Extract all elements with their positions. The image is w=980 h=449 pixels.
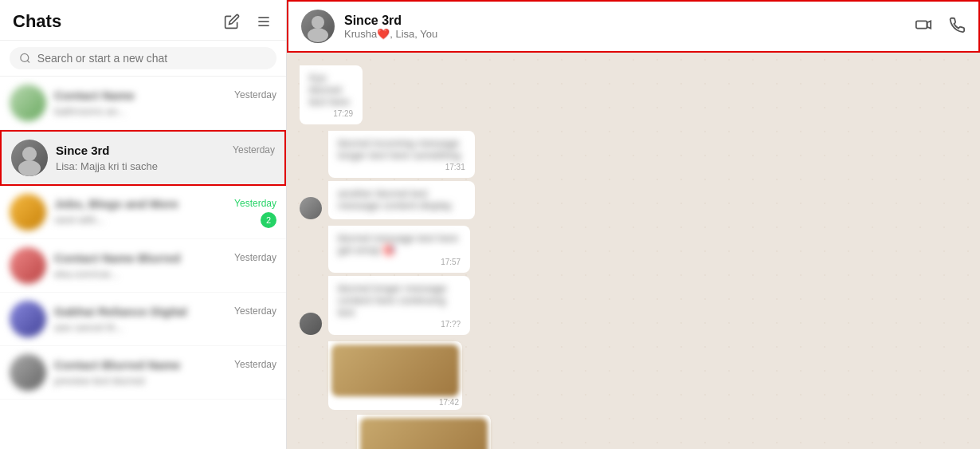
list-item-blurred2[interactable]: Contact Blurred Name Yesterday preview t… — [0, 346, 286, 400]
unread-badge: 2 — [261, 212, 276, 228]
avatar — [300, 197, 322, 219]
avatar-gabhai — [10, 301, 46, 337]
message-text: another blurred text message content dis… — [338, 187, 465, 211]
chat-header: Since 3rd Krusha❤️, Lisa, You — [287, 0, 980, 53]
search-input[interactable] — [37, 52, 267, 65]
sidebar-header-icons — [222, 12, 273, 31]
since3rd-time: Yesterday — [233, 144, 275, 156]
chat-info-jobs: Jobs, Blogs and More Yesterday rand with… — [54, 197, 276, 228]
svg-point-7 — [308, 28, 328, 42]
message-text: blurred incoming message longer text her… — [338, 137, 465, 161]
list-item-blurred1[interactable]: Contact Name Blurred Yesterday eka.com/c… — [0, 239, 286, 293]
blurred1-name: Contact Name Blurred — [54, 251, 180, 265]
gabhai-name: Gabhai Reliance Digital — [54, 305, 187, 318]
chat-list: Contact Name Yesterday bathrooms an... S… — [0, 77, 286, 449]
sidebar: Chats — [0, 0, 287, 449]
jobs-preview: rand with... — [54, 214, 105, 226]
message-row — [328, 415, 491, 449]
list-item-gabhai[interactable]: Gabhai Reliance Digital Yesterday ase ca… — [0, 293, 286, 346]
blurred2-name: Contact Blurred Name — [54, 358, 180, 372]
svg-point-5 — [18, 160, 41, 176]
message-time: 17:?? — [338, 320, 461, 329]
svg-point-3 — [21, 53, 29, 61]
chat-main: Since 3rd Krusha❤️, Lisa, You — [287, 0, 980, 449]
avatar-jobs — [10, 194, 46, 230]
message-time: 17:29 — [309, 109, 353, 118]
avatar — [300, 313, 322, 335]
message-time: 17:42 — [331, 398, 459, 407]
message-bubble: blurred longer message content here cont… — [328, 276, 470, 335]
chat-time: Yesterday — [234, 89, 276, 100]
jobs-time: Yesterday — [234, 198, 276, 209]
chat-header-avatar[interactable] — [301, 10, 335, 43]
message-time: 17:57 — [338, 258, 461, 266]
message-text: blurred longer message content here cont… — [338, 282, 461, 318]
message-time: 17:31 — [338, 163, 465, 171]
message-bubble: another blurred text message content dis… — [328, 181, 475, 219]
video-call-button[interactable] — [915, 16, 932, 37]
sidebar-header: Chats — [0, 0, 286, 41]
compose-button[interactable] — [222, 12, 241, 31]
jobs-name: Jobs, Blogs and More — [54, 197, 178, 211]
message-text: blurred message text here get emoji 🎯 — [338, 232, 461, 256]
blurred2-time: Yesterday — [234, 359, 276, 370]
voice-call-button[interactable] — [948, 16, 966, 37]
svg-rect-8 — [916, 21, 927, 28]
message-text: Kys blurred text here — [309, 72, 353, 108]
since3rd-name: Since 3rd — [56, 144, 110, 157]
avatar-blurred1 — [10, 247, 46, 284]
image-bubble: 17:42 — [328, 341, 462, 410]
filter-button[interactable] — [254, 12, 273, 31]
chat-info-gabhai: Gabhai Reliance Digital Yesterday ase ca… — [54, 305, 276, 334]
message-bubble: Kys blurred text here 17:29 — [300, 65, 363, 124]
since3rd-preview: Lisa: Majja kri ti sache — [56, 160, 158, 172]
avatar-since3rd — [11, 140, 48, 176]
chat-info-since3rd: Since 3rd Yesterday Lisa: Majja kri ti s… — [56, 144, 275, 173]
chat-header-actions — [915, 16, 966, 37]
message-image2 — [360, 418, 488, 449]
message-row: Kys blurred text here 17:29 — [300, 65, 414, 124]
chat-info-blurred1: Contact Name Blurred Yesterday eka.com/c… — [54, 251, 276, 281]
chat-name: Contact Name — [54, 89, 135, 102]
avatar-blurred2 — [10, 354, 46, 391]
search-box — [10, 47, 276, 69]
message-image — [331, 345, 459, 396]
list-item[interactable]: Contact Name Yesterday bathrooms an... — [0, 77, 286, 130]
message-row: blurred message text here get emoji 🎯 17… — [300, 226, 586, 335]
chat-header-name: Since 3rd — [344, 14, 905, 28]
gabhai-preview: ase cancel th... — [54, 321, 123, 333]
list-item-since3rd[interactable]: Since 3rd Yesterday Lisa: Majja kri ti s… — [0, 130, 286, 186]
list-item-jobs[interactable]: Jobs, Blogs and More Yesterday rand with… — [0, 186, 286, 239]
search-icon — [19, 52, 31, 65]
image-bubble2 — [357, 415, 491, 449]
message-row: 17:42 — [300, 341, 491, 449]
chat-header-subtitle: Krusha❤️, Lisa, You — [344, 28, 905, 40]
gabhai-time: Yesterday — [234, 305, 276, 317]
chat-info: Contact Name Yesterday bathrooms an... — [54, 89, 276, 118]
chat-info-blurred2: Contact Blurred Name Yesterday preview t… — [54, 358, 276, 388]
message-bubble: blurred message text here get emoji 🎯 17… — [328, 226, 470, 273]
blurred2-preview: preview text blurred — [54, 375, 144, 387]
sidebar-title: Chats — [13, 11, 61, 32]
messages-area: Kys blurred text here 17:29 blurred inco… — [287, 53, 980, 449]
blurred1-time: Yesterday — [234, 252, 276, 263]
avatar — [10, 85, 46, 121]
svg-point-4 — [22, 147, 37, 161]
search-container — [0, 41, 286, 77]
chat-header-info: Since 3rd Krusha❤️, Lisa, You — [344, 14, 905, 40]
blurred1-preview: eka.com/car... — [54, 268, 119, 280]
svg-point-6 — [312, 16, 324, 29]
message-row: blurred incoming message longer text her… — [300, 131, 594, 219]
message-bubble: blurred incoming message longer text her… — [328, 131, 475, 178]
chat-preview: bathrooms an... — [54, 105, 126, 117]
